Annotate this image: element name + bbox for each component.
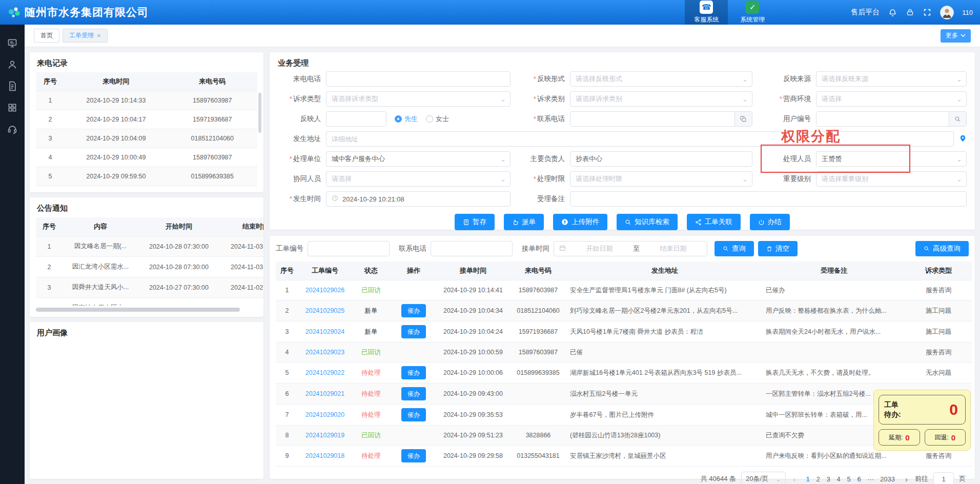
occur-time-picker[interactable]: 2024-10-29 10:21:08	[326, 191, 511, 207]
more-button[interactable]: 更多	[941, 29, 971, 43]
page-number[interactable]: 2033	[877, 475, 898, 483]
handle-limit-select[interactable]: 请选择处理时限⌄	[570, 171, 752, 187]
page-number[interactable]: 4	[833, 475, 844, 483]
business-env-select[interactable]: 请选择⌄	[816, 91, 967, 107]
page-number[interactable]: 1	[803, 475, 813, 483]
prev-page-arrow[interactable]: ‹	[791, 475, 798, 483]
reflect-source-select[interactable]: 请选择反映来源⌄	[816, 71, 967, 87]
call-record-row[interactable]: 52024-10-29 09:59:50015899639385	[36, 167, 257, 186]
tab-home[interactable]: 首页	[34, 29, 59, 43]
order-no-link[interactable]: 20241029026	[305, 287, 344, 294]
bell-icon[interactable]	[888, 8, 897, 17]
appeal-category-select[interactable]: 请选择诉求类别⌄	[570, 91, 752, 107]
order-no-link[interactable]: 20241029018	[305, 452, 344, 459]
call-record-row[interactable]: 22024-10-29 10:04:1715971936687	[36, 110, 257, 129]
page-number[interactable]: 3	[823, 475, 833, 483]
cell-order-no: 20241029018	[298, 446, 352, 467]
page-number[interactable]: 6	[854, 475, 864, 483]
call-record-row[interactable]: 32024-10-29 10:04:09018512104060	[36, 129, 257, 148]
user-no-input[interactable]	[816, 112, 949, 126]
order-no-link[interactable]: 20241029023	[305, 349, 344, 356]
todo-pending-box[interactable]: 工单待办: 0	[879, 395, 966, 425]
field-label: *联系电话	[516, 114, 565, 124]
page-number[interactable]: 2	[813, 475, 823, 483]
order-no-link[interactable]: 20241029025	[305, 307, 344, 314]
appeal-type-select[interactable]: 请选择诉求类型⌄	[326, 91, 511, 107]
phone-filter-input[interactable]	[431, 241, 513, 256]
announcement-row[interactable]: 3因舜井大道天风小...2024-10-27 07:30:002024-11-0…	[36, 277, 263, 298]
order-no-filter-input[interactable]	[308, 241, 390, 256]
urge-button[interactable]: 催办	[401, 387, 426, 400]
contact-phone-input[interactable]	[570, 112, 734, 126]
save-draft-button[interactable]: 暂存	[455, 214, 495, 230]
finish-button[interactable]: 办结	[750, 214, 790, 230]
reflect-form-select[interactable]: 请选择反映形式⌄	[570, 71, 752, 87]
document-icon[interactable]	[7, 81, 17, 91]
urge-button[interactable]: 催办	[401, 449, 426, 462]
date-range-picker[interactable]: 开始日期 至 结束日期	[554, 241, 707, 256]
chevron-down-icon	[961, 34, 966, 37]
headset-icon[interactable]	[7, 124, 17, 134]
horizontal-scrollbar[interactable]	[36, 308, 240, 312]
order-link-button[interactable]: 工单关联	[687, 214, 741, 230]
dashboard-icon[interactable]	[7, 38, 17, 48]
address-input[interactable]	[326, 131, 954, 147]
advanced-search-button[interactable]: 高级查询	[915, 241, 969, 256]
page-size-select[interactable]: 20条/页 ⌄	[741, 472, 786, 484]
fullscreen-icon[interactable]	[923, 8, 932, 17]
announcement-row[interactable]: 2因汇龙湾小区需水...2024-10-28 07:30:002024-11-0…	[36, 257, 263, 277]
call-phone-input[interactable]	[326, 71, 511, 87]
user-icon[interactable]	[7, 59, 17, 70]
cell-address: (碧桂园云山竹语13街28座1003)	[567, 426, 763, 446]
tab-work-order[interactable]: 工单受理 ×	[63, 29, 108, 43]
knowledge-search-button[interactable]: 知识库检索	[617, 214, 678, 230]
apps-grid-icon[interactable]	[7, 103, 17, 113]
copy-icon[interactable]	[734, 112, 752, 126]
location-pin-icon[interactable]	[959, 134, 967, 145]
avatar[interactable]	[940, 6, 954, 19]
aftersales-platform-link[interactable]: 售后平台	[851, 8, 880, 17]
order-no-link[interactable]: 20241029019	[305, 432, 344, 439]
order-no-link[interactable]: 20241029020	[305, 411, 344, 418]
lock-icon[interactable]	[905, 8, 914, 17]
search-button[interactable]: 查询	[714, 241, 754, 256]
order-no-link[interactable]: 20241029022	[305, 369, 344, 376]
radio-male[interactable]: 先生	[395, 114, 418, 124]
search-icon[interactable]	[949, 112, 966, 126]
next-page-arrow[interactable]: ›	[903, 475, 910, 483]
close-icon[interactable]: ×	[97, 29, 101, 42]
page-ellipsis[interactable]: ···	[864, 475, 877, 483]
orders-table: 序号工单编号状态操作接单时间来电号码发生地址受理备注诉求类型 120241029…	[276, 261, 972, 467]
announcement-row[interactable]: 1因文峰名居一期(...2024-10-28 07:30:002024-11-0…	[36, 236, 263, 257]
order-no-link[interactable]: 20241029024	[305, 328, 344, 335]
reflect-person-input[interactable]	[326, 111, 386, 127]
call-record-row[interactable]: 42024-10-29 10:00:4915897603987	[36, 148, 257, 167]
cell-action: 催办	[391, 446, 437, 467]
todo-delay-box[interactable]: 延期:0	[879, 429, 920, 446]
todo-return-box[interactable]: 回退:0	[925, 429, 966, 446]
co-person-select[interactable]: 请选择⌄	[326, 171, 511, 187]
main-leader-input[interactable]	[570, 151, 752, 167]
status-badge: 待处理	[361, 452, 381, 459]
radio-female[interactable]: 女士	[426, 114, 449, 124]
app-customer-service[interactable]: ☎ 客服系统	[685, 0, 728, 26]
goto-page-input[interactable]	[933, 472, 954, 484]
urge-button[interactable]: 催办	[401, 408, 426, 421]
upload-attachment-button[interactable]: 上传附件	[553, 214, 607, 230]
announcement-row[interactable]: 4因塞纳左岸小区水...2024-10-25 07:00:002024-10-3…	[36, 298, 263, 306]
call-record-row[interactable]: 12024-10-29 10:14:3315897603987	[36, 91, 257, 110]
importance-select[interactable]: 请选择重要级别⌄	[816, 171, 967, 187]
cell-time: 2024-10-29 10:04:24	[437, 321, 509, 342]
order-no-link[interactable]: 20241029021	[305, 390, 344, 397]
urge-button[interactable]: 催办	[401, 304, 426, 317]
clear-button[interactable]: 清空	[758, 241, 798, 256]
vertical-scrollbar[interactable]	[258, 93, 261, 133]
urge-button[interactable]: 催办	[401, 366, 426, 379]
handler-select[interactable]: 王赟赟⌄	[816, 151, 967, 167]
handle-unit-select[interactable]: 城中客户服务中心⌄	[326, 151, 511, 167]
app-system-management[interactable]: ✓ 系统管理	[731, 0, 774, 26]
dispatch-button[interactable]: 派单	[504, 214, 544, 230]
accept-note-input[interactable]	[570, 191, 967, 207]
page-number[interactable]: 5	[844, 475, 854, 483]
urge-button[interactable]: 催办	[401, 325, 426, 338]
